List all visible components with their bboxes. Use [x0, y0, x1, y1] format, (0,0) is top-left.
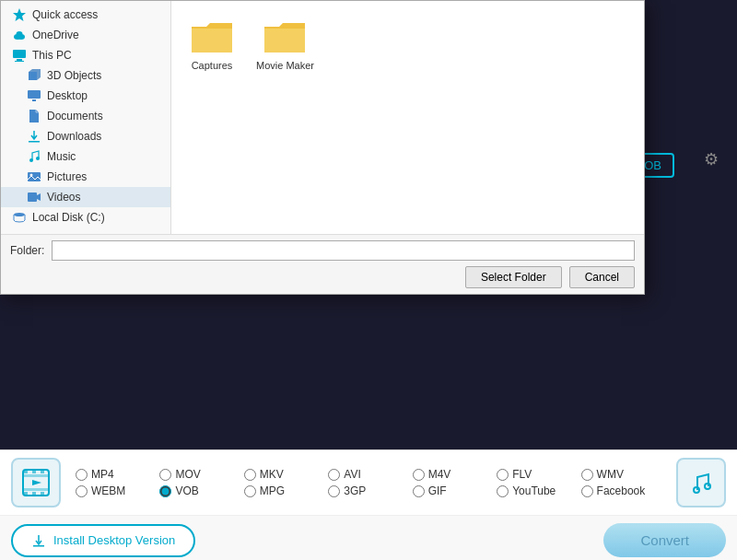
format-mp4[interactable]: MP4 [76, 468, 156, 481]
svg-rect-9 [28, 90, 41, 99]
format-flv[interactable]: FLV [497, 468, 577, 481]
folder-movie-maker-label: Movie Maker [256, 60, 314, 71]
svg-marker-0 [13, 8, 26, 21]
sidebar-item-downloads[interactable]: Downloads [1, 126, 170, 146]
music-icon [27, 149, 41, 164]
svg-marker-17 [37, 193, 41, 201]
bottom-actions: Install Desktop Version Convert [0, 515, 737, 560]
sidebar-item-3d-objects[interactable]: 3D Objects [1, 65, 170, 86]
svg-rect-14 [28, 172, 41, 181]
svg-rect-6 [15, 61, 24, 62]
radio-gif[interactable] [413, 485, 425, 497]
label-youtube: YouTube [512, 484, 556, 497]
svg-rect-24 [41, 470, 44, 473]
svg-rect-7 [29, 72, 37, 80]
audio-icon-button[interactable] [676, 458, 726, 508]
label-gif: GIF [428, 484, 447, 497]
format-m4v[interactable]: M4V [413, 468, 493, 481]
install-button[interactable]: Install Desktop Version [11, 524, 195, 557]
cloud-icon [12, 28, 27, 42]
svg-rect-20 [23, 474, 49, 477]
folder-label: Folder: [10, 244, 44, 257]
format-mov[interactable]: MOV [159, 468, 240, 481]
bottom-toolbar: MP4 MOV MKV AVI M4V FLV [0, 449, 737, 560]
star-icon [12, 7, 27, 22]
svg-rect-11 [29, 141, 40, 143]
disk-icon [12, 210, 27, 225]
radio-youtube[interactable] [497, 485, 509, 497]
sidebar-item-documents[interactable]: Documents [1, 106, 170, 126]
svg-rect-5 [17, 59, 22, 61]
video-format-icon[interactable] [11, 458, 61, 508]
sidebar-item-onedrive[interactable]: OneDrive [1, 25, 170, 45]
format-webm[interactable]: WEBM [76, 484, 156, 497]
svg-rect-16 [28, 192, 37, 202]
folder-captures[interactable]: Captures [186, 16, 238, 75]
radio-facebook[interactable] [581, 485, 593, 497]
gear-button[interactable]: ⚙ [704, 149, 719, 169]
video-icon [27, 190, 41, 204]
label-mp4: MP4 [91, 468, 114, 481]
label-flv: FLV [512, 468, 532, 481]
sidebar-item-this-pc[interactable]: This PC [1, 45, 170, 65]
sidebar-item-pictures[interactable]: Pictures [1, 167, 170, 187]
install-button-label: Install Desktop Version [53, 533, 175, 547]
format-wmv[interactable]: WMV [581, 468, 661, 481]
svg-point-12 [29, 158, 33, 162]
sidebar-label-quick-access: Quick access [32, 8, 98, 21]
radio-mpg[interactable] [244, 485, 256, 497]
dialog-footer: Folder: Select Folder Cancel [1, 234, 644, 294]
format-3gp[interactable]: 3GP [328, 484, 408, 497]
label-3gp: 3GP [344, 484, 366, 497]
document-icon [27, 109, 41, 123]
svg-rect-23 [32, 470, 36, 473]
format-avi[interactable]: AVI [328, 468, 408, 481]
sidebar-item-local-disk[interactable]: Local Disk (C:) [1, 207, 170, 228]
film-icon [21, 468, 51, 497]
radio-m4v[interactable] [413, 469, 425, 481]
format-youtube[interactable]: YouTube [497, 484, 577, 497]
radio-mp4[interactable] [76, 469, 88, 481]
radio-wmv[interactable] [581, 469, 593, 481]
label-mpg: MPG [260, 484, 285, 497]
radio-3gp[interactable] [328, 485, 340, 497]
sidebar-item-videos[interactable]: Videos [1, 187, 170, 207]
svg-rect-4 [13, 50, 26, 58]
radio-avi[interactable] [328, 469, 340, 481]
radio-webm[interactable] [76, 485, 88, 497]
radio-mov[interactable] [159, 469, 171, 481]
format-row: MP4 MOV MKV AVI M4V FLV [0, 450, 737, 515]
radio-mkv[interactable] [244, 469, 256, 481]
format-mpg[interactable]: MPG [244, 484, 324, 497]
svg-point-3 [17, 31, 23, 37]
label-wmv: WMV [597, 468, 624, 481]
format-gif[interactable]: GIF [413, 484, 493, 497]
folder-captures-label: Captures [192, 60, 233, 71]
format-mkv[interactable]: MKV [244, 468, 324, 481]
sidebar-item-desktop[interactable]: Desktop [1, 86, 170, 106]
desktop-icon [27, 88, 41, 103]
label-m4v: M4V [428, 468, 451, 481]
cube-icon [27, 68, 41, 83]
sidebar-item-quick-access[interactable]: Quick access [1, 5, 170, 25]
format-vob[interactable]: VOB [159, 484, 240, 497]
svg-marker-28 [32, 480, 41, 485]
format-facebook[interactable]: Facebook [581, 484, 661, 497]
folder-captures-icon [190, 19, 234, 56]
folder-movie-maker-icon [263, 19, 307, 56]
radio-flv[interactable] [497, 469, 509, 481]
svg-rect-10 [32, 99, 36, 101]
folder-input[interactable] [52, 240, 635, 261]
picture-icon [27, 169, 41, 184]
sidebar-label-onedrive: OneDrive [32, 29, 79, 41]
folder-movie-maker[interactable]: Movie Maker [252, 16, 318, 75]
svg-rect-26 [32, 492, 36, 496]
sidebar-label-3d-objects: 3D Objects [47, 69, 101, 82]
sidebar-item-music[interactable]: Music [1, 146, 170, 167]
dialog-sidebar: Quick access OneDrive This PC 3D Objects [1, 1, 171, 234]
select-folder-button[interactable]: Select Folder [465, 266, 562, 288]
convert-button[interactable]: Convert [603, 523, 726, 557]
cancel-button[interactable]: Cancel [569, 266, 635, 288]
sidebar-label-desktop: Desktop [47, 89, 88, 102]
radio-vob[interactable] [159, 485, 171, 497]
